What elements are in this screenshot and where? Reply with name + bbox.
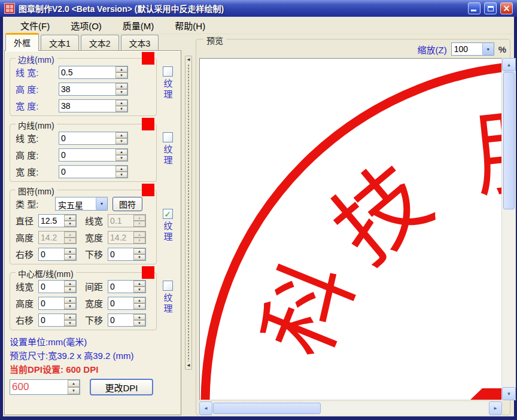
center-gap-input[interactable]: 0 bbox=[108, 280, 146, 293]
chevron-down-icon[interactable] bbox=[96, 197, 107, 210]
spin-down-button[interactable] bbox=[133, 287, 145, 293]
horizontal-scrollbar-track[interactable] bbox=[321, 401, 489, 415]
close-button[interactable]: × bbox=[500, 2, 513, 14]
inner-texture-checkbox[interactable] bbox=[163, 132, 173, 142]
scroll-right-button[interactable] bbox=[489, 401, 502, 415]
spin-up-button[interactable] bbox=[115, 166, 127, 172]
center-frame-color-swatch[interactable] bbox=[142, 266, 154, 279]
tab-outer-frame[interactable]: 外框 bbox=[5, 33, 39, 51]
symbol-texture-checkbox[interactable]: ✓ bbox=[163, 209, 173, 219]
inner-line-color-swatch[interactable] bbox=[142, 118, 154, 130]
center-width-input[interactable]: 0 bbox=[108, 297, 146, 310]
center-texture-checkbox[interactable] bbox=[163, 281, 173, 291]
menu-options[interactable]: 选项(O) bbox=[63, 17, 110, 34]
center-right-offset-input[interactable]: 0 bbox=[38, 314, 77, 327]
symbol-diameter-input[interactable]: 12.5 bbox=[38, 214, 77, 227]
border-line-color-swatch[interactable] bbox=[142, 52, 154, 65]
border-height-input[interactable]: 38 bbox=[59, 83, 128, 96]
center-height-value: 0 bbox=[39, 297, 64, 309]
inner-line-width-value: 0 bbox=[59, 132, 115, 144]
scroll-up-button[interactable] bbox=[502, 58, 516, 71]
tab-text3[interactable]: 文本3 bbox=[121, 35, 159, 50]
vertical-scrollbar-thumb[interactable] bbox=[503, 72, 515, 209]
panel-collapse-splitter[interactable] bbox=[185, 56, 192, 370]
spin-up-button[interactable] bbox=[115, 149, 127, 155]
spin-down-button[interactable] bbox=[64, 303, 76, 309]
border-width-input[interactable]: 38 bbox=[59, 99, 128, 112]
spin-down-button[interactable] bbox=[115, 138, 127, 144]
border-width-label: 宽 度: bbox=[16, 99, 59, 112]
spin-up-button[interactable] bbox=[133, 314, 145, 320]
spin-down-button[interactable] bbox=[115, 89, 127, 95]
vertical-scrollbar[interactable] bbox=[502, 58, 516, 400]
spin-up-button[interactable] bbox=[133, 297, 145, 303]
spin-up-button[interactable] bbox=[64, 215, 76, 221]
symbol-right-offset-input[interactable]: 0 bbox=[38, 248, 77, 261]
zoom-select[interactable]: 100 bbox=[451, 42, 494, 56]
spin-down-button[interactable] bbox=[115, 72, 127, 78]
change-dpi-button[interactable]: 更改DPI bbox=[90, 379, 153, 395]
symbol-width-input: 14.2 bbox=[108, 231, 146, 244]
window-title: 图章制作V2.0 <Beta Version> (默认采用中反走样绘制) bbox=[19, 2, 464, 14]
chevron-down-icon[interactable] bbox=[482, 43, 494, 55]
center-down-offset-value: 0 bbox=[108, 314, 133, 326]
spin-up-button[interactable] bbox=[115, 66, 127, 72]
spin-up-button[interactable] bbox=[133, 281, 145, 287]
symbol-color-swatch[interactable] bbox=[142, 184, 154, 196]
spin-up-button[interactable] bbox=[64, 248, 76, 254]
horizontal-scrollbar[interactable] bbox=[199, 401, 502, 415]
symbol-diameter-value: 12.5 bbox=[39, 215, 64, 227]
spin-up-button[interactable] bbox=[68, 380, 80, 387]
horizontal-scrollbar-thumb[interactable] bbox=[213, 403, 321, 414]
spin-up-button[interactable] bbox=[64, 297, 76, 303]
stamp-preview-canvas[interactable]: 科 技 服 bbox=[199, 58, 502, 400]
inner-line-width-label: 线 宽: bbox=[16, 132, 59, 144]
inner-line-groupbox: 内线(mm) 线 宽: 0 高 度: 0 bbox=[10, 124, 157, 182]
border-line-width-input[interactable]: 0.5 bbox=[59, 66, 128, 79]
inner-height-input[interactable]: 0 bbox=[59, 148, 128, 162]
tab-text1[interactable]: 文本1 bbox=[41, 35, 79, 50]
spin-down-button[interactable] bbox=[64, 287, 76, 293]
center-height-input[interactable]: 0 bbox=[38, 297, 77, 310]
scroll-down-button[interactable] bbox=[502, 387, 516, 400]
spin-up-button[interactable] bbox=[115, 83, 127, 89]
inner-texture-label: 纹理 bbox=[163, 145, 172, 166]
spin-down-button[interactable] bbox=[64, 320, 76, 326]
spin-up-button[interactable] bbox=[133, 248, 145, 254]
spin-down-button[interactable] bbox=[133, 303, 145, 309]
spin-up-button[interactable] bbox=[64, 314, 76, 320]
spin-down-button[interactable] bbox=[68, 387, 80, 394]
spin-down-button[interactable] bbox=[133, 254, 145, 260]
scroll-left-button[interactable] bbox=[199, 401, 212, 415]
menu-file[interactable]: 文件(F) bbox=[13, 17, 57, 34]
dpi-input[interactable]: 600 bbox=[10, 379, 80, 395]
collapse-left-icon bbox=[186, 363, 191, 368]
symbol-picker-button[interactable]: 图符 bbox=[112, 197, 142, 211]
spin-up-button[interactable] bbox=[115, 100, 127, 106]
vertical-scrollbar-track[interactable] bbox=[502, 210, 516, 387]
spin-down-button[interactable] bbox=[64, 254, 76, 260]
minimize-button[interactable] bbox=[468, 2, 480, 14]
spin-up-button[interactable] bbox=[115, 132, 127, 138]
inner-line-width-input[interactable]: 0 bbox=[59, 132, 128, 145]
spin-down-button bbox=[133, 238, 145, 244]
symbol-type-select[interactable]: 实五星 bbox=[55, 197, 108, 211]
border-texture-checkbox[interactable] bbox=[163, 66, 173, 77]
center-line-width-input[interactable]: 0 bbox=[38, 280, 77, 293]
spin-down-button[interactable] bbox=[115, 155, 127, 161]
inner-width-input[interactable]: 0 bbox=[59, 165, 128, 178]
center-down-offset-input[interactable]: 0 bbox=[108, 314, 146, 327]
spin-down-button[interactable] bbox=[115, 106, 127, 112]
spin-down-button[interactable] bbox=[64, 221, 76, 227]
tab-text2[interactable]: 文本2 bbox=[81, 35, 119, 50]
border-line-width-value: 0.5 bbox=[59, 66, 115, 78]
maximize-button[interactable] bbox=[484, 2, 497, 14]
menu-help[interactable]: 帮助(H) bbox=[167, 17, 213, 34]
symbol-down-offset-input[interactable]: 0 bbox=[108, 248, 146, 261]
inner-height-value: 0 bbox=[59, 149, 115, 161]
menu-quality[interactable]: 质量(M) bbox=[115, 17, 162, 34]
symbol-height-label: 高度 bbox=[16, 231, 38, 244]
spin-up-button[interactable] bbox=[64, 281, 76, 287]
spin-down-button[interactable] bbox=[115, 172, 127, 178]
spin-down-button[interactable] bbox=[133, 320, 145, 326]
